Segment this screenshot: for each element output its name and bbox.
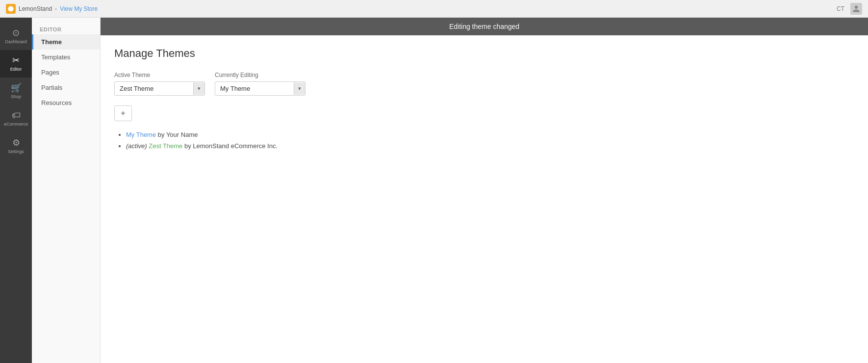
shop-icon: 🛒	[11, 83, 22, 92]
active-prefix: (active)	[126, 142, 149, 150]
page-content: Manage Themes Active Theme Zest Theme ▾ …	[101, 18, 868, 161]
ecommerce-label: eCommerce	[4, 122, 28, 127]
app-logo	[6, 4, 16, 14]
brand-name: LemonStand	[19, 5, 52, 12]
sidebar-item-theme[interactable]: Theme	[32, 34, 100, 50]
svg-point-0	[8, 6, 13, 11]
settings-label: Settings	[8, 149, 24, 154]
ecommerce-icon: 🏷	[12, 111, 21, 120]
page-title: Manage Themes	[114, 47, 854, 60]
sidebar-item-templates[interactable]: Templates	[32, 50, 100, 65]
sidebar-item-settings[interactable]: ⚙ Settings	[0, 132, 32, 160]
zest-theme-link[interactable]: Zest Theme	[149, 142, 182, 150]
editing-theme-select[interactable]: My Theme	[215, 82, 294, 95]
editor-label: Editor	[10, 67, 22, 72]
active-theme-select-wrapper: Zest Theme ▾	[114, 81, 205, 96]
sidebar-item-dashboard[interactable]: ⊙ Dashboard	[0, 23, 32, 50]
dashboard-label: Dashboard	[5, 39, 26, 44]
dashboard-icon: ⊙	[12, 28, 20, 37]
my-theme-link[interactable]: My Theme	[126, 131, 156, 138]
list-item: My Theme by Your Name	[126, 131, 854, 138]
user-initials: CT	[837, 5, 844, 12]
active-theme-label: Active Theme	[114, 72, 205, 78]
editing-theme-select-wrapper: My Theme ▾	[215, 81, 306, 96]
settings-icon: ⚙	[12, 138, 20, 147]
sidebar-section-label: Editor	[32, 23, 100, 34]
sidebar: Editor Theme Templates Pages Partials Re…	[32, 18, 101, 363]
active-theme-select[interactable]: Zest Theme	[115, 82, 193, 95]
active-theme-group: Active Theme Zest Theme ▾	[114, 72, 205, 96]
shop-label: Shop	[11, 94, 21, 99]
left-nav: ⊙ Dashboard ✂ Editor 🛒 Shop 🏷 eCommerce …	[0, 18, 32, 363]
add-theme-button[interactable]: +	[114, 105, 132, 121]
list-item: (active) Zest Theme by LemonStand eComme…	[126, 142, 854, 150]
zest-theme-author: by LemonStand eCommerce Inc.	[182, 142, 278, 150]
active-theme-select-arrow: ▾	[193, 82, 204, 95]
sidebar-item-resources[interactable]: Resources	[32, 95, 100, 110]
sidebar-item-shop[interactable]: 🛒 Shop	[0, 78, 32, 105]
view-store-link[interactable]: View My Store	[60, 5, 98, 12]
theme-selectors: Active Theme Zest Theme ▾ Currently Edit…	[114, 72, 854, 96]
editing-theme-group: Currently Editing My Theme ▾	[215, 72, 306, 96]
main-layout: ⊙ Dashboard ✂ Editor 🛒 Shop 🏷 eCommerce …	[0, 18, 868, 363]
topbar: LemonStand - View My Store CT	[0, 0, 868, 18]
brand-separator: -	[55, 5, 57, 12]
sidebar-item-pages[interactable]: Pages	[32, 65, 100, 80]
editing-theme-select-arrow: ▾	[294, 82, 305, 95]
editor-icon: ✂	[12, 56, 20, 65]
user-avatar	[850, 3, 862, 15]
content-area: Editing theme changed Manage Themes Acti…	[101, 18, 868, 363]
notification-bar: Editing theme changed	[101, 18, 868, 35]
currently-editing-label: Currently Editing	[215, 72, 306, 78]
sidebar-item-editor[interactable]: ✂ Editor	[0, 50, 32, 78]
notification-message: Editing theme changed	[449, 23, 519, 30]
sidebar-item-ecommerce[interactable]: 🏷 eCommerce	[0, 105, 32, 132]
my-theme-author: by Your Name	[156, 131, 198, 138]
sidebar-item-partials[interactable]: Partials	[32, 80, 100, 95]
themes-list: My Theme by Your Name (active) Zest Them…	[114, 131, 854, 150]
